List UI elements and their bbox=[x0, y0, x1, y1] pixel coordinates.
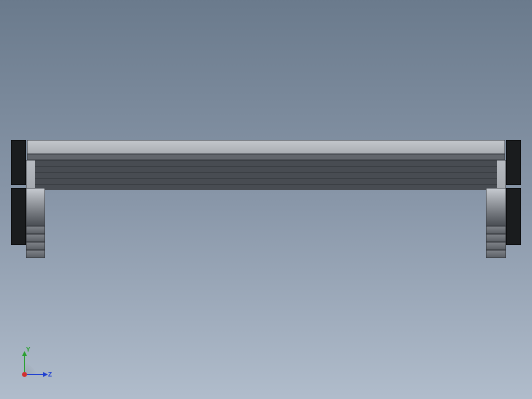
groove-slot bbox=[35, 184, 497, 190]
groove-slot bbox=[35, 172, 497, 178]
outer-block-top-right bbox=[506, 140, 521, 185]
ring-stack-left bbox=[26, 226, 45, 258]
axis-triad[interactable]: Y Z bbox=[18, 346, 53, 381]
groove-slot bbox=[35, 160, 497, 166]
ring bbox=[26, 234, 45, 242]
cad-viewport[interactable]: Y Z bbox=[0, 0, 532, 399]
ring bbox=[26, 226, 45, 234]
groove-slot bbox=[35, 178, 497, 184]
axis-z-label: Z bbox=[48, 370, 52, 378]
ring bbox=[486, 234, 506, 242]
ring bbox=[486, 242, 506, 250]
outer-block-bottom-right bbox=[506, 188, 521, 245]
axis-origin-dot bbox=[22, 372, 27, 377]
top-rail bbox=[27, 140, 505, 154]
ring bbox=[486, 250, 506, 258]
ring bbox=[26, 242, 45, 250]
axis-z-arrow-icon bbox=[43, 372, 48, 377]
outer-block-bottom-left bbox=[11, 188, 26, 245]
cylinder-right bbox=[486, 188, 506, 226]
axis-y-label: Y bbox=[26, 346, 30, 353]
grooved-body bbox=[35, 160, 497, 190]
cylinder-left bbox=[26, 188, 45, 226]
groove-slot bbox=[35, 166, 497, 172]
ring bbox=[26, 250, 45, 258]
model-assembly[interactable] bbox=[11, 140, 521, 258]
axis-z-line bbox=[27, 374, 44, 375]
axis-plane-shadow bbox=[25, 362, 37, 374]
upper-flange bbox=[27, 154, 505, 160]
ring bbox=[486, 226, 506, 234]
axis-y-line bbox=[24, 355, 25, 372]
outer-block-top-left bbox=[11, 140, 26, 185]
ring-stack-right bbox=[486, 226, 506, 258]
